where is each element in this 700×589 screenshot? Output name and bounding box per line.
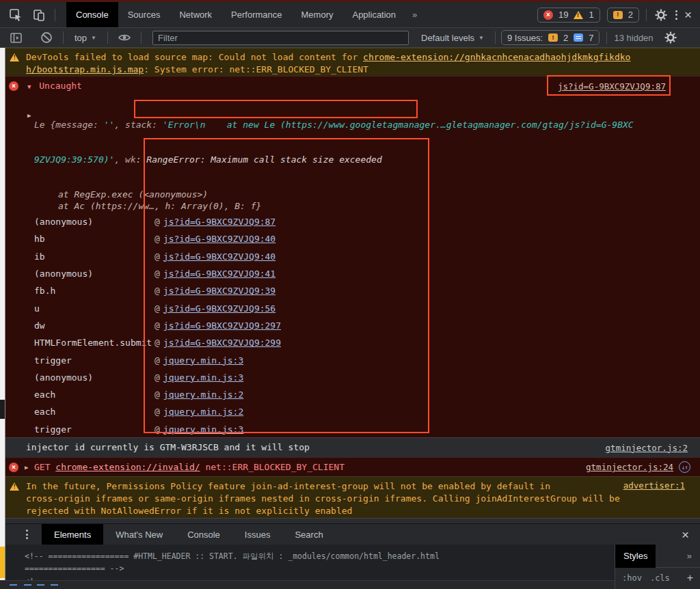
close-drawer-icon[interactable]: × bbox=[682, 528, 689, 541]
stack-frame-row: each @ jquery.min.js:2 bbox=[0, 386, 700, 403]
hidden-messages-label[interactable]: 13 hidden bbox=[614, 33, 653, 43]
hov-toggle[interactable]: :hov bbox=[622, 573, 642, 583]
new-style-rule-button[interactable]: + bbox=[687, 572, 693, 584]
tab-sources[interactable]: Sources bbox=[118, 2, 170, 27]
warning-source-link[interactable]: advertiser:1 bbox=[623, 480, 685, 491]
error-stack-preview: at RegExp.exec (<anonymous>) at Ac (http… bbox=[58, 189, 700, 212]
error-icon: × bbox=[9, 81, 18, 91]
warning-count-icon bbox=[574, 11, 583, 19]
device-toolbar-icon[interactable] bbox=[31, 8, 46, 23]
blocked-url-link[interactable]: chrome-extension://invalid/ bbox=[55, 462, 200, 472]
extension-link[interactable]: chrome-extension://gnhkacnhcenacadhaohjd… bbox=[363, 52, 630, 62]
drawer-tab-elements[interactable]: Elements bbox=[42, 524, 103, 545]
log-source-link[interactable]: gtminjector.js:2 bbox=[606, 443, 688, 453]
stack-frame-source-link[interactable]: js?id=G-9BXC9ZVJQ9:299 bbox=[163, 338, 281, 348]
breadcrumb-item[interactable] bbox=[37, 584, 44, 586]
toolbar-divider bbox=[107, 31, 108, 44]
breadcrumb-item[interactable] bbox=[10, 584, 17, 586]
error-source-link[interactable]: gtminjector.js:24 bbox=[586, 462, 673, 472]
stack-frame-function: trigger bbox=[34, 424, 149, 435]
more-styles-tabs-chevron[interactable]: » bbox=[680, 551, 700, 561]
stack-frame-source-link[interactable]: jquery.min.js:3 bbox=[163, 355, 243, 366]
issues-summary-label: 9 Issues: bbox=[507, 33, 543, 43]
error-count-icon: × bbox=[543, 10, 553, 20]
stack-frame-source-link[interactable]: jquery.min.js:3 bbox=[163, 424, 243, 435]
stack-frame-source-link[interactable]: js?id=G-9BXC9ZVJQ9:39 bbox=[163, 286, 275, 296]
warning-text: DevTools failed to load source map: Coul… bbox=[26, 52, 363, 62]
stack-frame-source-link[interactable]: jquery.min.js:3 bbox=[163, 372, 243, 383]
tab-performance[interactable]: Performance bbox=[221, 2, 291, 27]
stack-frame-row: trigger @ jquery.min.js:3 bbox=[0, 421, 700, 438]
page-info-icon bbox=[574, 33, 583, 42]
collapse-caret-icon[interactable]: ▼ bbox=[27, 83, 31, 90]
expand-object-caret-icon[interactable]: ▶ bbox=[27, 112, 31, 119]
drawer-tabs: Elements What's New Console Issues Searc… bbox=[42, 524, 336, 545]
console-sidebar-icon[interactable] bbox=[8, 30, 23, 45]
clear-console-icon[interactable] bbox=[39, 30, 54, 45]
page-errors-icon: ! bbox=[548, 33, 558, 42]
error-source-link[interactable]: js?id=G-9BXC9ZVJQ9:87 bbox=[558, 81, 666, 92]
drawer-tab-console[interactable]: Console bbox=[175, 524, 232, 545]
live-expression-eye-icon[interactable] bbox=[117, 30, 132, 45]
console-warning-permissions: In the future, Permissions Policy featur… bbox=[0, 476, 700, 518]
kebab-menu-icon[interactable] bbox=[675, 10, 677, 20]
stack-frame-source-link[interactable]: js?id=G-9BXC9ZVJQ9:87 bbox=[163, 217, 275, 227]
more-tabs-chevron[interactable]: » bbox=[405, 10, 424, 20]
stack-frame-source-link[interactable]: js?id=G-9BXC9ZVJQ9:41 bbox=[163, 269, 275, 279]
tab-styles[interactable]: Styles bbox=[615, 545, 656, 568]
issues-icon: ! bbox=[613, 11, 623, 19]
close-devtools-icon[interactable]: × bbox=[684, 8, 692, 21]
filter-input[interactable] bbox=[152, 31, 409, 45]
settings-gear-icon[interactable] bbox=[654, 8, 669, 23]
stack-frame-row: dw @ js?id=G-9BXC9ZVJQ9:297 bbox=[0, 317, 700, 334]
inspect-element-icon[interactable] bbox=[8, 8, 23, 23]
console-settings-gear-icon[interactable] bbox=[663, 30, 678, 45]
stack-frame-row: ib @ js?id=G-9BXC9ZVJQ9:40 bbox=[0, 248, 700, 265]
toolbar-divider bbox=[141, 31, 142, 44]
stack-frame-source-link[interactable]: jquery.min.js:2 bbox=[163, 407, 243, 417]
breadcrumb-item[interactable] bbox=[51, 584, 58, 586]
warning-icon bbox=[10, 53, 19, 61]
stack-frame-source-link[interactable]: js?id=G-9BXC9ZVJQ9:40 bbox=[163, 234, 275, 244]
chevron-down-icon: ▼ bbox=[91, 35, 96, 41]
dom-comment-node[interactable]: <!-- ================= #HTML_HEADER :: S… bbox=[25, 551, 440, 562]
error-icon: × bbox=[9, 463, 18, 472]
log-level-selector[interactable]: Default levels ▼ bbox=[416, 33, 489, 43]
stack-frame-source-link[interactable]: js?id=G-9BXC9ZVJQ9:40 bbox=[163, 251, 275, 262]
stack-frame-row: each @ jquery.min.js:2 bbox=[0, 403, 700, 420]
console-toolbar: top ▼ Default levels ▼ 9 Issues: ! 2 7 1… bbox=[0, 27, 700, 48]
cls-toggle[interactable]: .cls bbox=[650, 573, 670, 583]
stack-frame-row: HTMLFormElement.submit @ js?id=G-9BXC9ZV… bbox=[0, 334, 700, 351]
context-selector[interactable]: top ▼ bbox=[69, 33, 102, 43]
stack-frame-source-link[interactable]: js?id=G-9BXC9ZVJQ9:56 bbox=[163, 303, 275, 314]
stack-frame-at: @ bbox=[154, 217, 160, 227]
issues-badge[interactable]: ! 2 bbox=[607, 8, 639, 23]
drawer-kebab-menu-icon[interactable] bbox=[26, 530, 28, 539]
drawer-tab-issues[interactable]: Issues bbox=[232, 524, 283, 545]
error-warning-badge[interactable]: × 19 1 bbox=[537, 8, 600, 23]
warning-text: cross-origin iframes or same-origin ifra… bbox=[26, 493, 688, 505]
network-request-icon[interactable]: ↓↑ bbox=[679, 461, 690, 473]
tab-network[interactable]: Network bbox=[170, 2, 221, 27]
stack-frame-function: (anonymous) bbox=[34, 269, 149, 279]
stack-frame-function: fb.h bbox=[34, 286, 149, 296]
stack-frame-source-link[interactable]: jquery.min.js:2 bbox=[163, 389, 243, 400]
dom-comment-node[interactable]: ================= --> bbox=[25, 564, 124, 573]
drawer-tab-search[interactable]: Search bbox=[282, 524, 335, 545]
extension-link[interactable]: h/bootstrap.min.js.map bbox=[26, 64, 144, 74]
warning-text: rejected with NotAllowedError if it is n… bbox=[26, 505, 688, 517]
issues-orange-count: 2 bbox=[563, 33, 568, 43]
stack-frame-at: @ bbox=[154, 303, 160, 314]
tab-console[interactable]: Console bbox=[66, 2, 118, 27]
stack-frame-source-link[interactable]: js?id=G-9BXC9ZVJQ9:297 bbox=[163, 320, 281, 331]
tab-application[interactable]: Application bbox=[342, 2, 405, 27]
issues-summary-badge[interactable]: 9 Issues: ! 2 7 bbox=[501, 30, 600, 45]
context-label: top bbox=[75, 33, 87, 43]
stack-frame-row: fb.h @ js?id=G-9BXC9ZVJQ9:39 bbox=[0, 282, 700, 299]
expand-caret-icon[interactable]: ▶ bbox=[25, 464, 28, 471]
breadcrumb-item[interactable] bbox=[24, 584, 31, 586]
console-error-blocked-request: × ▶ GET chrome-extension://invalid/ net:… bbox=[0, 457, 700, 476]
issues-blue-count: 7 bbox=[589, 33, 593, 43]
tab-memory[interactable]: Memory bbox=[292, 2, 343, 27]
drawer-tab-what-s-new[interactable]: What's New bbox=[103, 524, 175, 545]
